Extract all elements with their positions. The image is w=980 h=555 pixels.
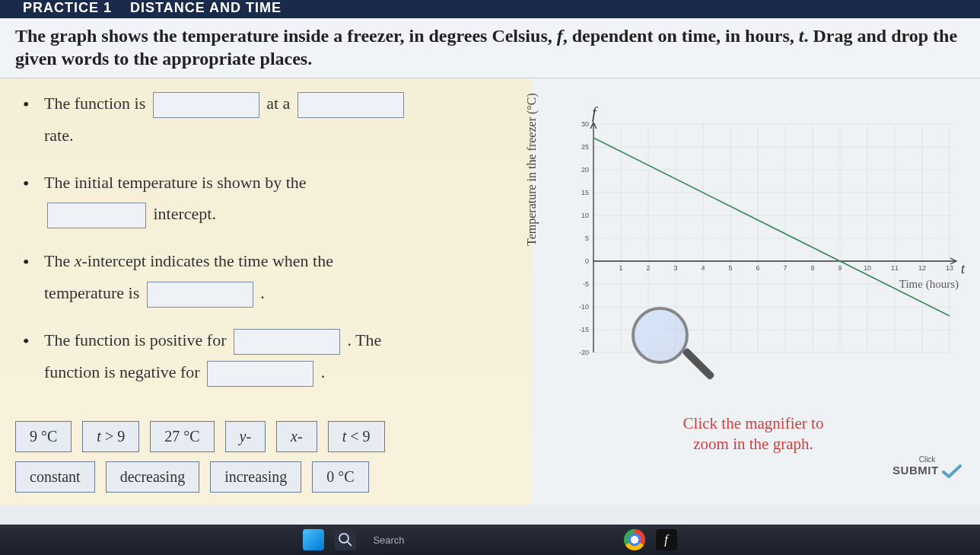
stmt1-text-c: rate.	[44, 126, 73, 145]
stmt1-text-b: at a	[266, 94, 290, 113]
header-title: DISTANCE AND TIME	[130, 0, 282, 15]
svg-text:20: 20	[581, 166, 589, 174]
temperature-line	[593, 138, 950, 316]
stmt2-text-b: intercept.	[154, 204, 216, 223]
header-prefix: PRACTICE 1	[23, 0, 112, 15]
statement-1: The function is at a rate.	[23, 88, 525, 152]
svg-text:5: 5	[585, 234, 589, 242]
y-axis-label: Temperature in the freezer (°C)	[525, 93, 539, 246]
line-chart: 30 25 20 15 10 5 0 -5 -10 -15 -20 1 2 3 …	[563, 116, 959, 375]
svg-text:10: 10	[864, 264, 871, 272]
main-area: The function is at a rate. The initial t…	[0, 78, 980, 505]
magnifier-icon[interactable]	[632, 307, 715, 391]
submit-label: SUBMIT	[892, 464, 939, 477]
drop-slot-1a[interactable]	[153, 92, 259, 118]
svg-text:8: 8	[810, 264, 814, 272]
chip-t-lt-9[interactable]: t < 9	[328, 421, 385, 452]
mag-hint-2: zoom in the graph.	[693, 435, 813, 453]
svg-text:15: 15	[581, 189, 589, 196]
svg-text:3: 3	[673, 264, 677, 272]
svg-text:-15: -15	[579, 326, 589, 333]
answer-chips: 9 °C t > 9 27 °C y- x- t < 9 constant de…	[15, 416, 533, 497]
stmt2-text-a: The initial temperature is shown by the	[44, 173, 307, 192]
drop-slot-3[interactable]	[147, 282, 253, 308]
svg-text:-5: -5	[583, 280, 589, 288]
lesson-header: PRACTICE 1 DISTANCE AND TIME	[0, 0, 980, 18]
statement-3: The x-intercept indicates the time when …	[23, 245, 525, 309]
svg-text:1: 1	[619, 264, 622, 272]
statement-2: The initial temperature is shown by the …	[23, 167, 525, 231]
start-icon[interactable]	[303, 529, 324, 550]
stmt4-text-c: function is negative for	[44, 362, 200, 381]
svg-point-49	[339, 534, 348, 543]
svg-text:11: 11	[891, 264, 899, 272]
submit-button[interactable]: Click SUBMIT	[892, 455, 962, 479]
search-icon[interactable]	[335, 529, 356, 550]
mag-hint-1: Click the magnifier to	[683, 414, 824, 432]
windows-taskbar[interactable]: Search f	[0, 525, 980, 555]
drop-slot-4a[interactable]	[234, 329, 340, 355]
svg-line-50	[348, 542, 352, 546]
statements-panel: The function is at a rate. The initial t…	[0, 78, 533, 505]
app-icon[interactable]: f	[656, 529, 677, 550]
taskbar-search-label[interactable]: Search	[373, 534, 404, 546]
svg-text:0: 0	[585, 257, 589, 265]
svg-text:12: 12	[918, 264, 926, 272]
stmt4-text-d: .	[321, 362, 326, 381]
drop-slot-1b[interactable]	[298, 92, 404, 118]
chip-x[interactable]: x-	[276, 421, 317, 452]
graph-panel: Temperature in the freezer (°C) f t Time…	[533, 78, 980, 505]
stmt1-text-a: The function is	[44, 94, 145, 113]
chip-0c[interactable]: 0 °C	[312, 461, 368, 493]
svg-text:10: 10	[581, 212, 589, 219]
submit-small: Click	[892, 455, 962, 464]
svg-text:9: 9	[838, 264, 842, 272]
t-symbol: t	[961, 261, 965, 277]
chart-container: Temperature in the freezer (°C) f t Time…	[533, 101, 966, 391]
statement-4: The function is positive for . The funct…	[23, 324, 525, 388]
svg-text:13: 13	[946, 264, 953, 272]
chip-increasing[interactable]: increasing	[210, 461, 301, 493]
question-prompt: The graph shows the temperature inside a…	[0, 18, 980, 78]
svg-text:-20: -20	[579, 349, 589, 356]
chip-y[interactable]: y-	[225, 421, 266, 452]
drop-slot-2[interactable]	[47, 203, 146, 228]
chip-27c[interactable]: 27 °C	[150, 421, 214, 452]
svg-text:-10: -10	[579, 303, 589, 311]
stmt4-text-a: The function is positive for	[44, 330, 227, 349]
magnifier-hint: Click the magnifier to zoom in the graph…	[624, 413, 883, 455]
svg-text:5: 5	[728, 264, 732, 272]
svg-text:6: 6	[756, 264, 759, 272]
stmt3-text-b: .	[260, 283, 265, 302]
svg-text:7: 7	[783, 264, 787, 272]
chip-constant[interactable]: constant	[15, 461, 95, 493]
drop-slot-4b[interactable]	[207, 361, 313, 387]
chip-t-gt-9[interactable]: t > 9	[82, 421, 139, 452]
svg-text:25: 25	[581, 143, 589, 151]
stmt4-text-b: . The	[348, 330, 382, 349]
svg-text:4: 4	[701, 264, 705, 272]
checkmark-icon	[942, 464, 962, 479]
chrome-icon[interactable]	[624, 529, 645, 550]
svg-text:30: 30	[581, 120, 589, 128]
svg-text:2: 2	[646, 264, 650, 272]
chip-9c[interactable]: 9 °C	[15, 421, 72, 452]
chip-decreasing[interactable]: decreasing	[106, 461, 200, 493]
